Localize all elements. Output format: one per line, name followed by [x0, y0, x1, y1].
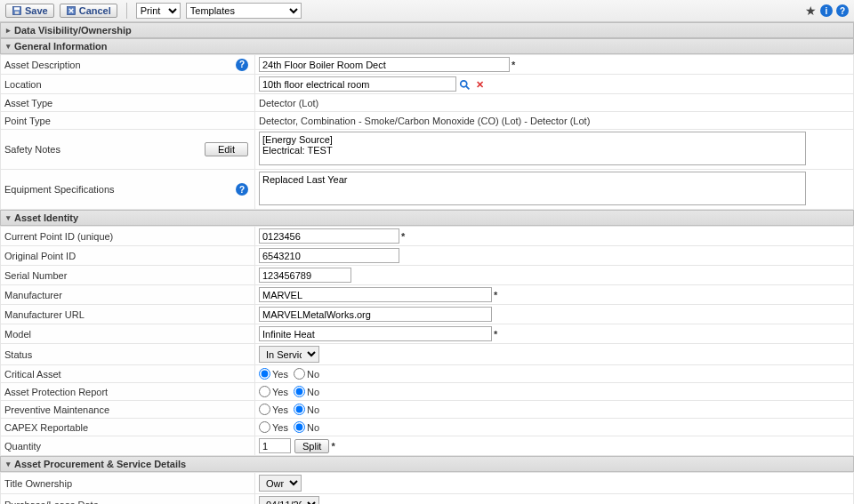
pl-date-label: Purchase/Lease Date: [4, 500, 99, 505]
required-marker: *: [494, 290, 497, 300]
critical-yes-radio[interactable]: [259, 368, 270, 380]
apr-label: Asset Protection Report: [4, 387, 108, 397]
help-icon[interactable]: ?: [836, 4, 849, 17]
clear-icon[interactable]: ✕: [476, 79, 484, 90]
equip-spec-label: Equipment Specifications: [4, 184, 115, 195]
point-type-value: Detector, Combination - Smoke/Carbon Mon…: [259, 116, 590, 126]
help-icon[interactable]: ?: [236, 183, 248, 196]
model-label: Model: [4, 329, 31, 340]
identity-form: Current Point ID (unique) * Original Poi…: [0, 226, 854, 456]
section-title: Data Visibility/Ownership: [14, 25, 132, 36]
point-type-label: Point Type: [4, 116, 51, 126]
serial-label: Serial Number: [4, 270, 67, 281]
orig-point-input[interactable]: [259, 248, 399, 263]
cur-point-input[interactable]: [259, 228, 399, 244]
section-title: Asset Procurement & Service Details: [14, 459, 186, 469]
asset-desc-label: Asset Description: [4, 60, 81, 70]
info-icon[interactable]: i: [820, 4, 833, 17]
safety-notes-label: Safety Notes: [4, 144, 60, 155]
section-visibility[interactable]: ▸ Data Visibility/Ownership: [0, 22, 854, 38]
pm-no-radio[interactable]: [294, 404, 305, 415]
critical-no-radio[interactable]: [294, 368, 305, 380]
cancel-label: Cancel: [79, 5, 111, 16]
qty-input[interactable]: [259, 438, 291, 453]
templates-select[interactable]: Templates: [186, 3, 302, 19]
title-own-label: Title Ownership: [4, 478, 72, 489]
save-icon: [12, 5, 22, 16]
qty-label: Quantity: [4, 441, 41, 452]
procurement-form: Title Ownership Owned Purchase/Lease Dat…: [0, 472, 854, 504]
pl-date-select[interactable]: 04/11/2018: [259, 496, 319, 504]
apr-yes-radio[interactable]: [259, 386, 270, 397]
manuf-input[interactable]: [259, 287, 492, 302]
svg-rect-2: [15, 12, 20, 14]
section-general[interactable]: ▾ General Information: [0, 38, 854, 54]
chevron-down-icon: ▾: [6, 460, 11, 468]
split-button[interactable]: Split: [294, 439, 329, 453]
chevron-down-icon: ▾: [6, 213, 11, 222]
star-icon[interactable]: ★: [804, 4, 817, 17]
print-select[interactable]: Print: [136, 3, 181, 19]
status-select[interactable]: In Service: [259, 346, 319, 363]
svg-line-5: [466, 85, 470, 89]
svg-point-4: [461, 80, 467, 86]
asset-desc-input[interactable]: [259, 57, 510, 72]
toolbar: Save Cancel Print Templates ★ i ?: [0, 0, 854, 22]
svg-rect-1: [14, 7, 20, 10]
manuf-url-label: Manufacturer URL: [4, 309, 85, 320]
capex-no-radio[interactable]: [294, 421, 305, 433]
manuf-url-input[interactable]: [259, 307, 492, 322]
pm-yes-radio[interactable]: [259, 404, 270, 415]
search-icon[interactable]: [459, 79, 471, 92]
section-identity[interactable]: ▾ Asset Identity: [0, 210, 854, 226]
location-input[interactable]: [259, 76, 456, 92]
cur-point-label: Current Point ID (unique): [4, 231, 113, 242]
required-marker: *: [331, 441, 334, 452]
safety-notes-textarea[interactable]: [259, 132, 806, 165]
title-own-select[interactable]: Owned: [259, 475, 302, 492]
save-button[interactable]: Save: [5, 4, 54, 18]
asset-type-label: Asset Type: [4, 98, 52, 108]
save-label: Save: [25, 5, 48, 16]
manuf-label: Manufacturer: [4, 290, 62, 300]
section-procurement[interactable]: ▾ Asset Procurement & Service Details: [0, 456, 854, 472]
general-form: Asset Description? * Location ✕ Asset Ty…: [0, 54, 854, 210]
cancel-button[interactable]: Cancel: [60, 4, 117, 18]
apr-no-radio[interactable]: [294, 386, 305, 397]
chevron-right-icon: ▸: [6, 26, 11, 35]
section-title: General Information: [14, 41, 108, 52]
serial-input[interactable]: [259, 268, 351, 283]
help-icon[interactable]: ?: [236, 59, 248, 71]
chevron-down-icon: ▾: [6, 42, 11, 51]
model-input[interactable]: [259, 326, 492, 341]
section-title: Asset Identity: [14, 212, 78, 223]
status-label: Status: [4, 349, 32, 360]
equip-spec-textarea[interactable]: [259, 172, 806, 205]
capex-yes-radio[interactable]: [259, 421, 270, 433]
edit-button[interactable]: Edit: [205, 142, 248, 156]
required-marker: *: [512, 60, 515, 70]
capex-label: CAPEX Reportable: [4, 422, 88, 433]
separator: [126, 3, 127, 19]
required-marker: *: [401, 231, 405, 242]
pm-label: Preventive Maintenance: [4, 404, 109, 415]
location-label: Location: [4, 79, 42, 90]
critical-label: Critical Asset: [4, 369, 61, 380]
asset-type-value: Detector (Lot): [259, 98, 318, 108]
required-marker: *: [494, 329, 497, 340]
cancel-icon: [66, 5, 77, 16]
orig-point-label: Original Point ID: [4, 251, 76, 261]
